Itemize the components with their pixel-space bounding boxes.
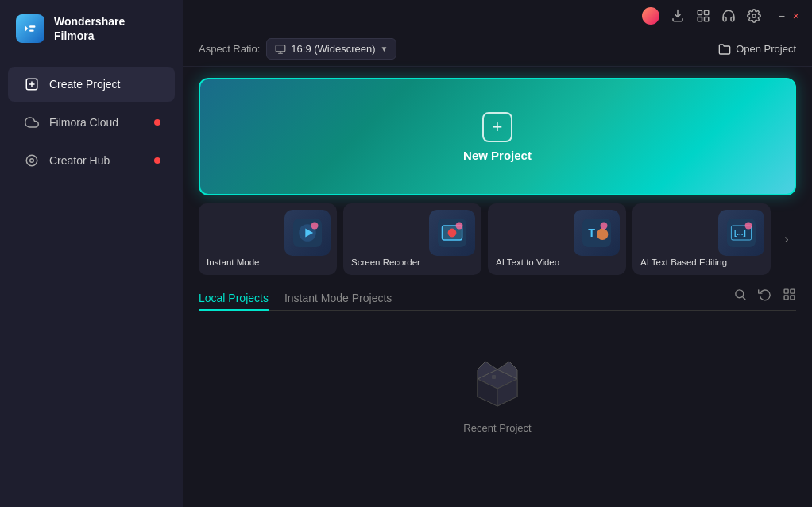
svg-rect-31 <box>791 289 795 293</box>
feature-cards-row: Instant Mode Screen Recorder T <box>183 203 812 275</box>
new-project-label: New Project <box>463 149 532 162</box>
top-bar: Aspect Ratio: 16:9 (Widescreen) ▼ Open P… <box>183 32 812 67</box>
view-grid-icon[interactable] <box>783 288 796 304</box>
projects-tabs-container: Local Projects Instant Mode Projects <box>199 286 796 311</box>
new-project-banner[interactable]: + New Project <box>199 78 796 195</box>
svg-rect-32 <box>784 295 788 299</box>
sidebar-create-project-label: Create Project <box>49 78 120 91</box>
projects-toolbar-icons <box>733 288 796 309</box>
empty-box-illustration <box>462 347 533 411</box>
empty-state-label: Recent Project <box>463 422 531 434</box>
svg-point-16 <box>311 223 319 230</box>
ai-text-to-video-thumbnail: T <box>574 210 620 256</box>
folder-icon <box>718 43 731 56</box>
ai-text-to-video-label: AI Text to Video <box>496 257 618 267</box>
ai-text-editing-label: AI Text Based Editing <box>640 257 763 267</box>
svg-point-24 <box>601 223 608 230</box>
svg-rect-30 <box>784 289 788 293</box>
instant-mode-label: Instant Mode <box>207 257 329 267</box>
feature-card-instant-mode[interactable]: Instant Mode <box>199 203 337 275</box>
svg-point-28 <box>745 223 752 230</box>
sidebar-filmora-cloud-label: Filmora Cloud <box>49 116 118 129</box>
svg-rect-10 <box>704 17 708 21</box>
refresh-icon[interactable] <box>758 288 771 304</box>
empty-state: Recent Project <box>199 311 796 470</box>
svg-rect-34 <box>492 375 496 379</box>
svg-rect-1 <box>29 30 34 32</box>
scroll-right-arrow[interactable]: › <box>777 203 796 275</box>
title-bar: − × <box>183 0 812 32</box>
close-button[interactable]: × <box>793 10 799 21</box>
feature-card-ai-text-to-video[interactable]: T AI Text to Video <box>488 203 626 275</box>
new-project-plus-icon: + <box>482 112 512 142</box>
app-name: Wondershare Filmora <box>54 14 125 43</box>
filmora-cloud-icon <box>24 114 40 130</box>
svg-rect-8 <box>704 10 708 14</box>
logo-area: Wondershare Filmora <box>0 0 183 57</box>
aspect-ratio-select[interactable]: 16:9 (Widescreen) ▼ <box>266 38 396 60</box>
svg-point-19 <box>448 229 457 238</box>
svg-point-6 <box>30 159 34 163</box>
svg-text:T: T <box>588 226 595 239</box>
aspect-ratio-control: Aspect Ratio: 16:9 (Widescreen) ▼ <box>199 38 396 60</box>
feature-card-ai-text-editing[interactable]: [...] AI Text Based Editing <box>632 203 771 275</box>
grid-icon[interactable] <box>696 9 710 23</box>
projects-section: Local Projects Instant Mode Projects <box>183 275 812 507</box>
svg-point-5 <box>26 156 37 167</box>
tab-instant-mode-projects[interactable]: Instant Mode Projects <box>284 287 392 311</box>
window-controls: − × <box>779 10 799 21</box>
headphone-icon[interactable] <box>721 9 736 23</box>
svg-rect-9 <box>698 17 702 21</box>
svg-rect-7 <box>698 10 702 14</box>
search-icon[interactable] <box>733 288 747 304</box>
feature-card-screen-recorder[interactable]: Screen Recorder <box>343 203 481 275</box>
sidebar-creator-hub-label: Creator Hub <box>49 154 110 167</box>
screen-recorder-label: Screen Recorder <box>351 257 474 267</box>
create-project-icon <box>24 76 40 92</box>
svg-text:[...]: [...] <box>734 228 746 237</box>
tab-local-projects[interactable]: Local Projects <box>199 287 269 311</box>
svg-point-23 <box>597 229 608 240</box>
sidebar-item-create-project[interactable]: Create Project <box>8 67 175 102</box>
download-icon[interactable] <box>671 9 685 23</box>
user-avatar[interactable] <box>642 7 659 25</box>
svg-rect-0 <box>29 26 35 28</box>
creator-hub-badge <box>154 157 160 164</box>
creator-hub-icon <box>24 153 40 168</box>
minimize-button[interactable]: − <box>779 10 785 21</box>
app-logo-icon <box>16 14 44 43</box>
instant-mode-thumbnail <box>284 210 331 256</box>
sidebar-item-creator-hub[interactable]: Creator Hub <box>8 143 175 178</box>
sidebar-item-filmora-cloud[interactable]: Filmora Cloud <box>8 105 175 140</box>
projects-tabs: Local Projects Instant Mode Projects <box>199 286 408 310</box>
svg-point-29 <box>736 289 744 297</box>
chevron-down-icon: ▼ <box>381 45 389 53</box>
screen-recorder-thumbnail <box>429 210 475 256</box>
svg-rect-33 <box>791 295 795 299</box>
aspect-monitor-icon <box>275 44 286 55</box>
sidebar: Wondershare Filmora Create Project Filmo… <box>0 0 183 507</box>
aspect-ratio-value: 16:9 (Widescreen) <box>291 43 375 55</box>
svg-point-20 <box>456 223 463 230</box>
ai-text-editing-thumbnail: [...] <box>718 210 764 256</box>
aspect-ratio-label: Aspect Ratio: <box>199 43 260 55</box>
svg-rect-12 <box>276 45 285 51</box>
settings-icon[interactable] <box>747 9 761 23</box>
titlebar-icons <box>642 7 761 25</box>
filmora-cloud-badge <box>154 119 160 126</box>
main-content: − × Aspect Ratio: 16:9 (Widescreen) ▼ Op… <box>183 0 812 507</box>
open-project-label: Open Project <box>736 43 796 55</box>
open-project-button[interactable]: Open Project <box>718 43 796 56</box>
svg-point-11 <box>752 14 756 18</box>
